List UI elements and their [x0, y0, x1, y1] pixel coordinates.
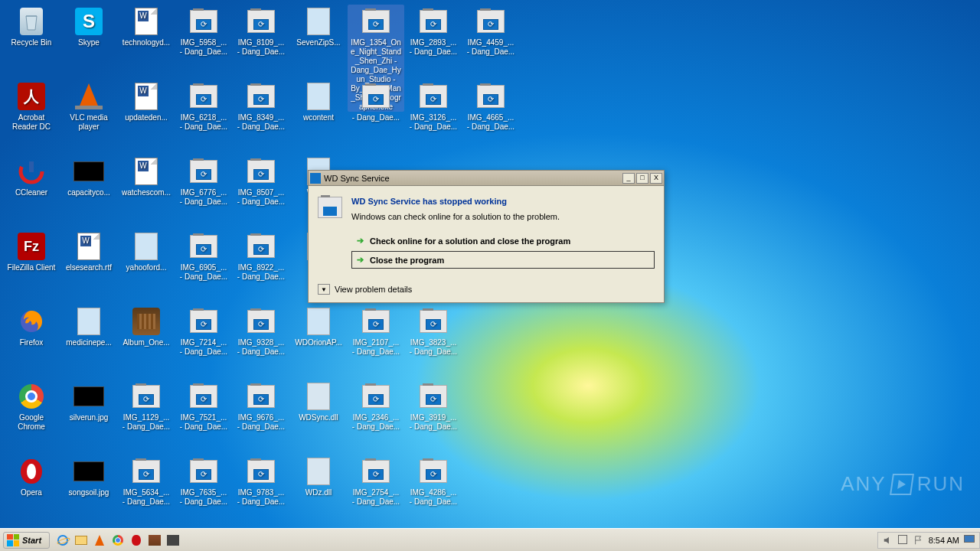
desktop-icon-img3126[interactable]: IMG_3126_...- Dang_Dae...	[405, 80, 462, 132]
desktop-icon-sevenzips[interactable]: SevenZipS...	[290, 5, 347, 47]
desktop-icon-img6905[interactable]: IMG_6905_...- Dang_Dae...	[175, 230, 232, 282]
desktop-icon-filezillaclient[interactable]: FzFileZilla Client	[3, 230, 60, 272]
desktop-icon-yahooford[interactable]: yahooford...	[118, 230, 175, 272]
flag-icon[interactable]	[913, 535, 924, 546]
watermark-text-a: ANY	[841, 472, 886, 496]
watermark-play-icon	[890, 474, 914, 495]
desktop-icon-img8349[interactable]: IMG_8349_...- Dang_Dae...	[233, 80, 289, 132]
desktop-icon-img9328[interactable]: IMG_9328_...- Dang_Dae...	[233, 305, 289, 357]
dialog-subtext: Windows can check online for a solution …	[351, 212, 655, 221]
desktop-icon-googlechrome[interactable]: Google Chrome	[3, 380, 60, 432]
opera-taskbar-icon[interactable]	[128, 532, 145, 549]
option-close-program-label: Close the program	[370, 256, 444, 265]
view-problem-details-label: View problem details	[335, 285, 412, 294]
desktop-icon-img9676[interactable]: IMG_9676_...- Dang_Dae...	[233, 380, 289, 432]
desktop-icon-songsoiljpg[interactable]: songsoil.jpg	[60, 455, 117, 497]
view-problem-details[interactable]: ▼ View problem details	[318, 278, 655, 295]
dialog-app-icon	[310, 173, 321, 184]
desktop-icon-img7214[interactable]: IMG_7214_...- Dang_Dae...	[175, 305, 232, 357]
dialog-body: WD Sync Service has stopped working Wind…	[309, 186, 664, 302]
desktop-icon-img4459[interactable]: IMG_4459_...- Dang_Dae...	[462, 5, 519, 57]
volume-icon[interactable]	[883, 535, 893, 546]
desktop-icon-technologyd[interactable]: technologyd...	[118, 5, 175, 47]
desktop-icon-wdsyncdll[interactable]: WDSync.dll	[290, 380, 347, 422]
option-check-online[interactable]: ➔ Check online for a solution and close …	[351, 232, 655, 249]
app-taskbar-icon-1[interactable]	[146, 532, 163, 549]
chrome-taskbar-icon[interactable]	[109, 532, 126, 549]
desktop-icon-img8507[interactable]: IMG_8507_...- Dang_Dae...	[233, 155, 289, 207]
show-desktop-icon[interactable]	[964, 535, 975, 546]
desktop-icon-img4286[interactable]: IMG_4286_...- Dang_Dae...	[405, 455, 462, 507]
desktop-icon-opera[interactable]: Opera	[3, 455, 60, 497]
desktop-icon-img2346[interactable]: IMG_2346_...- Dang_Dae...	[348, 380, 404, 432]
quick-launch	[54, 532, 181, 549]
desktop-icon-img8922[interactable]: IMG_8922_...- Dang_Dae...	[233, 230, 289, 282]
dialog-title-text: WD Sync Service	[324, 174, 622, 183]
dialog-titlebar[interactable]: WD Sync Service _ □ X	[309, 171, 664, 186]
desktop-icon-skype[interactable]: SSkype	[60, 5, 117, 47]
vlc-taskbar-icon[interactable]	[91, 532, 108, 549]
tray-icon-2[interactable]	[898, 535, 909, 546]
clock[interactable]: 8:54 AM	[929, 536, 959, 545]
system-tray: 8:54 AM	[877, 532, 980, 549]
ie-icon[interactable]	[54, 532, 71, 549]
desktop-icon-img5634[interactable]: IMG_5634_...- Dang_Dae...	[118, 455, 175, 507]
dialog-heading: WD Sync Service has stopped working	[351, 197, 655, 206]
minimize-button[interactable]: _	[622, 173, 635, 184]
desktop-icon-albumone[interactable]: Album_One...	[118, 305, 175, 347]
desktop-icon-img1129[interactable]: IMG_1129_...- Dang_Dae...	[118, 380, 175, 432]
desktop-icon-ccleaner[interactable]: CCleaner	[3, 155, 60, 197]
desktop-icon-img2107[interactable]: IMG_2107_...- Dang_Dae...	[348, 305, 404, 357]
explorer-icon[interactable]	[73, 532, 90, 549]
desktop-icon-elsesearchrtf[interactable]: elsesearch.rtf	[60, 230, 117, 272]
desktop-icon-capacityco[interactable]: capacityco...	[60, 155, 117, 197]
option-close-program[interactable]: ➔ Close the program	[351, 251, 655, 269]
start-button[interactable]: Start	[3, 532, 50, 549]
maximize-button[interactable]: □	[636, 173, 648, 184]
start-label: Start	[22, 536, 41, 545]
desktop-icon-acrobatreaderdc[interactable]: 人Acrobat Reader DC	[3, 80, 60, 132]
desktop-icon-wdorionap[interactable]: WDOrionAP...	[290, 305, 347, 347]
desktop-icon-firefox[interactable]: Firefox	[3, 305, 60, 347]
desktop-icon-img3823[interactable]: IMG_3823_...- Dang_Dae...	[405, 305, 462, 357]
desktop-icon-silverunjpg[interactable]: silverun.jpg	[60, 380, 117, 422]
desktop-icon-img6218[interactable]: IMG_6218_...- Dang_Dae...	[175, 80, 232, 132]
anyrun-watermark: ANY RUN	[841, 472, 965, 496]
desktop-icon-img2754[interactable]: IMG_2754_...- Dang_Dae...	[348, 455, 404, 507]
desktop-icon-wcontent[interactable]: wcontent	[290, 80, 347, 122]
watermark-text-b: RUN	[917, 472, 965, 496]
taskbar: Start 8:54 AM	[0, 528, 980, 551]
desktop-icon-img7635[interactable]: IMG_7635_...- Dang_Dae...	[175, 455, 232, 507]
arrow-icon: ➔	[357, 255, 364, 265]
desktop-icon-img3919[interactable]: IMG_3919_...- Dang_Dae...	[405, 380, 462, 432]
desktop-icon-watchescom[interactable]: watchescom...	[118, 155, 175, 197]
desktop-icon-img6776[interactable]: IMG_6776_...- Dang_Dae...	[175, 155, 232, 207]
desktop-icon-img2893[interactable]: IMG_2893_...- Dang_Dae...	[405, 5, 462, 57]
arrow-icon: ➔	[357, 236, 364, 246]
desktop-icon-img4665[interactable]: IMG_4665_...- Dang_Dae...	[462, 80, 519, 132]
desktop-icon-img8109[interactable]: IMG_8109_...- Dang_Dae...	[233, 5, 289, 57]
desktop-icon-img7521[interactable]: IMG_7521_...- Dang_Dae...	[175, 380, 232, 432]
desktop-icon-vlcmediaplayer[interactable]: VLC media player	[60, 80, 117, 132]
dialog-folder-icon	[318, 197, 342, 218]
desktop-icon-medicinepe[interactable]: medicinepe...	[60, 305, 117, 347]
desktop-icon-updateden[interactable]: updateden...	[118, 80, 175, 122]
desktop[interactable]: Recycle BinSSkypetechnologyd...IMG_5958_…	[0, 0, 980, 528]
desktop-icon-wdzdll[interactable]: WDz.dll	[290, 455, 347, 497]
desktop-icon-grid: Recycle BinSSkypetechnologyd...IMG_5958_…	[0, 0, 6, 12]
desktop-icon-img9783[interactable]: IMG_9783_...- Dang_Dae...	[233, 455, 289, 507]
desktop-icon-img5958[interactable]: IMG_5958_...- Dang_Dae...	[175, 5, 232, 57]
option-check-online-label: Check online for a solution and close th…	[370, 236, 570, 246]
windows-logo-icon	[7, 534, 19, 546]
error-dialog: WD Sync Service _ □ X WD Sync Service ha…	[308, 170, 665, 303]
app-taskbar-icon-2[interactable]	[165, 532, 181, 549]
expand-triangle-icon: ▼	[318, 284, 330, 295]
desktop-icon-[interactable]: - Dang_Dae...	[348, 80, 404, 122]
close-button[interactable]: X	[650, 173, 662, 184]
desktop-icon-recyclebin[interactable]: Recycle Bin	[3, 5, 60, 47]
svg-rect-1	[29, 161, 34, 172]
